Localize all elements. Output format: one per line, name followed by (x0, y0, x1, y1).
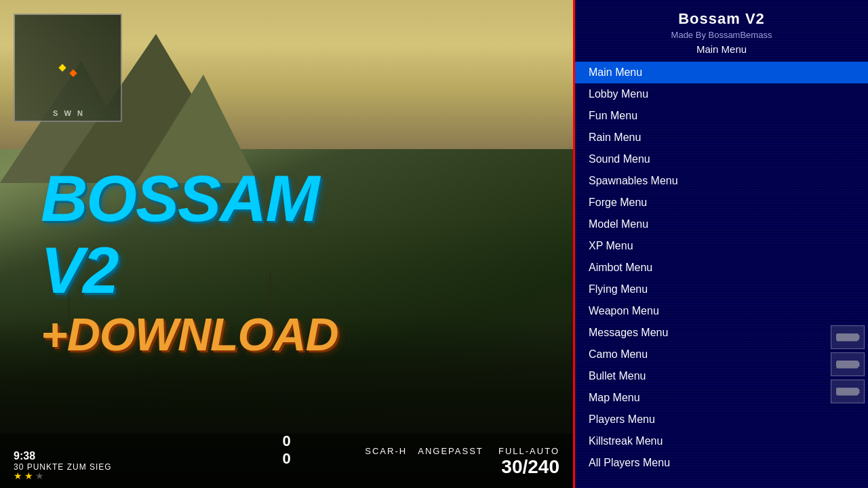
menu-header: Bossam V2 Made By BossamBemass Main Menu (575, 0, 868, 62)
menu-item-spawnables-menu[interactable]: Spawnables Menu (575, 170, 868, 192)
menu-item-xp-menu[interactable]: XP Menu (575, 235, 868, 257)
weapon-icons (831, 325, 865, 403)
menu-item-map-menu[interactable]: Map Menu (575, 387, 868, 409)
weapon-shape-3 (836, 388, 860, 396)
menu-item-model-menu[interactable]: Model Menu (575, 214, 868, 235)
weapon-mod-text: ANGEPASST (418, 446, 483, 456)
game-background: S W N BOSSAM V2 +DOWNLOAD 9:38 30 PUNKTE… (0, 0, 573, 488)
menu-item-bullet-menu[interactable]: Bullet Menu (575, 365, 868, 387)
menu-item-aimbot-menu[interactable]: Aimbot Menu (575, 257, 868, 279)
menu-current-label: Main Menu (589, 43, 854, 55)
title-bossam: BOSSAM (41, 163, 338, 235)
hud-stars: ★ ★ ★ (14, 470, 44, 481)
minimap-player-marker (59, 64, 66, 71)
fire-mode-text: FULL-AUTO (498, 446, 559, 456)
hud-weapon-name: SCAR-H ANGEPASST FULL-AUTO (365, 446, 559, 456)
score-top: 0 (282, 432, 290, 450)
title-overlay: BOSSAM V2 +DOWNLOAD (41, 163, 338, 360)
minimap: S W N (14, 14, 122, 122)
title-v2: V2 (41, 235, 338, 306)
weapon-shape-2 (836, 361, 860, 369)
star-3: ★ (35, 470, 44, 481)
score-numbers: 0 0 (282, 432, 290, 468)
star-2: ★ (24, 470, 33, 481)
hud-ammo: SCAR-H ANGEPASST FULL-AUTO 30/240 (365, 446, 559, 478)
weapon-icon-3 (831, 380, 865, 403)
menu-subtitle: Made By BossamBemass (589, 30, 854, 40)
star-1: ★ (14, 470, 22, 481)
title-download: +DOWNLOAD (41, 309, 338, 360)
menu-item-messages-menu[interactable]: Messages Menu (575, 322, 868, 344)
weapon-icon-2 (831, 352, 865, 376)
menu-item-rain-menu[interactable]: Rain Menu (575, 127, 868, 148)
minimap-compass: S W N (15, 109, 121, 117)
menu-item-flying-menu[interactable]: Flying Menu (575, 279, 868, 300)
hud-ammo-count: 30/240 (365, 456, 559, 478)
menu-title: Bossam V2 (589, 10, 854, 28)
menu-list: Main MenuLobby MenuFun MenuRain MenuSoun… (575, 62, 868, 474)
hud-timer: 9:38 (14, 450, 102, 462)
score-bottom: 0 (282, 450, 290, 468)
menu-item-camo-menu[interactable]: Camo Menu (575, 344, 868, 365)
menu-panel: Bossam V2 Made By BossamBemass Main Menu… (573, 0, 868, 488)
menu-item-players-menu[interactable]: Players Menu (575, 409, 868, 430)
menu-item-fun-menu[interactable]: Fun Menu (575, 105, 868, 127)
ammo-total: 240 (528, 456, 559, 477)
menu-item-lobby-menu[interactable]: Lobby Menu (575, 83, 868, 105)
menu-item-forge-menu[interactable]: Forge Menu (575, 192, 868, 214)
menu-item-killstreak-menu[interactable]: Killstreak Menu (575, 430, 868, 452)
menu-item-weapon-menu[interactable]: Weapon Menu (575, 300, 868, 322)
hud-bottom: 9:38 30 PUNKTE ZUM SIEG ★ ★ ★ 0 0 SCAR-H… (0, 434, 573, 488)
minimap-enemy-marker (69, 69, 77, 77)
minimap-inner: S W N (15, 15, 121, 121)
weapon-shape-1 (836, 333, 860, 342)
weapon-icon-1 (831, 325, 865, 349)
weapon-name-text: SCAR-H (365, 446, 407, 456)
ammo-current: 30 (501, 456, 522, 477)
menu-item-sound-menu[interactable]: Sound Menu (575, 148, 868, 170)
menu-item-all-players-menu[interactable]: All Players Menu (575, 452, 868, 474)
menu-item-main-menu[interactable]: Main Menu (575, 62, 868, 83)
